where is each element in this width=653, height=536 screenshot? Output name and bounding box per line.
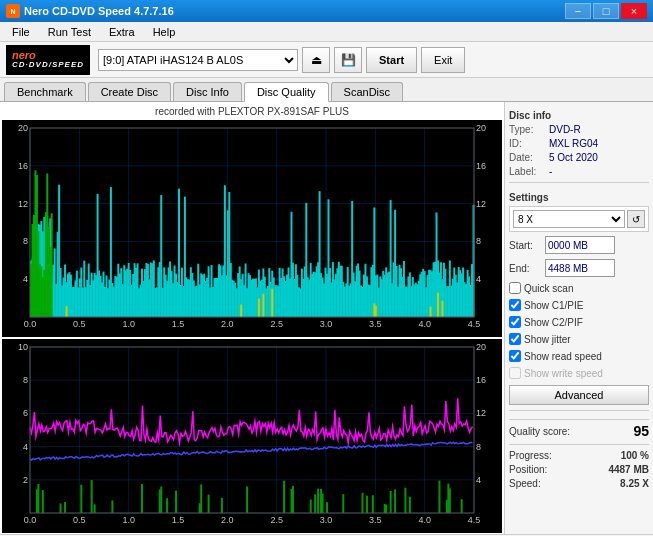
tab-disc-quality[interactable]: Disc Quality: [244, 82, 329, 102]
drive-select[interactable]: [9:0] ATAPI iHAS124 B AL0S: [98, 49, 298, 71]
menu-bar: File Run Test Extra Help: [0, 22, 653, 42]
main-content: recorded with PLEXTOR PX-891SAF PLUS Dis…: [0, 102, 653, 534]
settings-title: Settings: [509, 192, 649, 203]
speed-settings-box: 8 X ↺: [509, 206, 649, 232]
show-c1pie-checkbox[interactable]: [509, 299, 521, 311]
disc-date-row: Date: 5 Oct 2020: [509, 152, 649, 163]
end-mb-label: End:: [509, 263, 541, 274]
label-label: Label:: [509, 166, 547, 177]
type-value: DVD-R: [549, 124, 581, 135]
position-row: Position: 4487 MB: [509, 464, 649, 475]
show-write-speed-checkbox: [509, 367, 521, 379]
show-c1pie-row: Show C1/PIE: [509, 299, 649, 311]
disc-id-row: ID: MXL RG04: [509, 138, 649, 149]
show-c2pif-row: Show C2/PIF: [509, 316, 649, 328]
quality-score-value: 95: [633, 423, 649, 439]
advanced-button[interactable]: Advanced: [509, 385, 649, 405]
side-panel: Disc info Type: DVD-R ID: MXL RG04 Date:…: [505, 102, 653, 534]
refresh-button[interactable]: ↺: [627, 210, 645, 228]
exit-button[interactable]: Exit: [421, 47, 465, 73]
minimize-button[interactable]: −: [565, 3, 591, 19]
position-value: 4487 MB: [608, 464, 649, 475]
end-mb-row: End:: [509, 259, 649, 277]
menu-run-test[interactable]: Run Test: [40, 24, 99, 40]
tab-scan-disc[interactable]: ScanDisc: [331, 82, 403, 101]
id-label: ID:: [509, 138, 547, 149]
end-mb-input[interactable]: [545, 259, 615, 277]
menu-help[interactable]: Help: [145, 24, 184, 40]
tab-create-disc[interactable]: Create Disc: [88, 82, 171, 101]
app-logo: nero CD·DVD/SPEED: [6, 45, 90, 75]
tab-bar: Benchmark Create Disc Disc Info Disc Qua…: [0, 78, 653, 102]
start-mb-label: Start:: [509, 240, 541, 251]
show-read-speed-label[interactable]: Show read speed: [524, 351, 602, 362]
show-write-speed-label: Show write speed: [524, 368, 603, 379]
disc-label-row: Label: -: [509, 166, 649, 177]
chart-title: recorded with PLEXTOR PX-891SAF PLUS: [2, 104, 502, 119]
progress-row: Progress: 100 %: [509, 450, 649, 461]
save-icon-button[interactable]: 💾: [334, 47, 362, 73]
start-button[interactable]: Start: [366, 47, 417, 73]
menu-extra[interactable]: Extra: [101, 24, 143, 40]
progress-value: 100 %: [621, 450, 649, 461]
close-button[interactable]: ×: [621, 3, 647, 19]
show-jitter-label[interactable]: Show jitter: [524, 334, 571, 345]
eject-icon-button[interactable]: ⏏: [302, 47, 330, 73]
charts-area: recorded with PLEXTOR PX-891SAF PLUS: [0, 102, 505, 534]
disc-type-row: Type: DVD-R: [509, 124, 649, 135]
quick-scan-label[interactable]: Quick scan: [524, 283, 573, 294]
show-read-speed-checkbox[interactable]: [509, 350, 521, 362]
type-label: Type:: [509, 124, 547, 135]
show-write-speed-row: Show write speed: [509, 367, 649, 379]
show-c2pif-label[interactable]: Show C2/PIF: [524, 317, 583, 328]
title-bar: N Nero CD-DVD Speed 4.7.7.16 − □ ×: [0, 0, 653, 22]
divider-1: [509, 182, 649, 183]
date-label: Date:: [509, 152, 547, 163]
divider-3: [509, 444, 649, 445]
date-value: 5 Oct 2020: [549, 152, 598, 163]
position-label: Position:: [509, 464, 547, 475]
id-value: MXL RG04: [549, 138, 598, 149]
quality-score-label: Quality score:: [509, 426, 570, 437]
quality-score-row: Quality score: 95: [509, 419, 649, 439]
app-icon: N: [6, 4, 20, 18]
toolbar: nero CD·DVD/SPEED [9:0] ATAPI iHAS124 B …: [0, 42, 653, 78]
show-c1pie-label[interactable]: Show C1/PIE: [524, 300, 583, 311]
disc-info-title: Disc info: [509, 110, 649, 121]
tab-disc-info[interactable]: Disc Info: [173, 82, 242, 101]
divider-2: [509, 410, 649, 411]
show-c2pif-checkbox[interactable]: [509, 316, 521, 328]
progress-label: Progress:: [509, 450, 552, 461]
tab-benchmark[interactable]: Benchmark: [4, 82, 86, 101]
quick-scan-row: Quick scan: [509, 282, 649, 294]
speed-value: 8.25 X: [620, 478, 649, 489]
speed-row: Speed: 8.25 X: [509, 478, 649, 489]
show-jitter-checkbox[interactable]: [509, 333, 521, 345]
speed-label: Speed:: [509, 478, 541, 489]
pif-chart: [2, 339, 502, 533]
show-jitter-row: Show jitter: [509, 333, 649, 345]
quick-scan-checkbox[interactable]: [509, 282, 521, 294]
label-value: -: [549, 166, 552, 177]
maximize-button[interactable]: □: [593, 3, 619, 19]
window-title: Nero CD-DVD Speed 4.7.7.16: [24, 5, 174, 17]
start-mb-row: Start:: [509, 236, 649, 254]
pie-chart: [2, 120, 502, 337]
show-read-speed-row: Show read speed: [509, 350, 649, 362]
menu-file[interactable]: File: [4, 24, 38, 40]
start-mb-input[interactable]: [545, 236, 615, 254]
speed-select[interactable]: 8 X: [513, 210, 625, 228]
